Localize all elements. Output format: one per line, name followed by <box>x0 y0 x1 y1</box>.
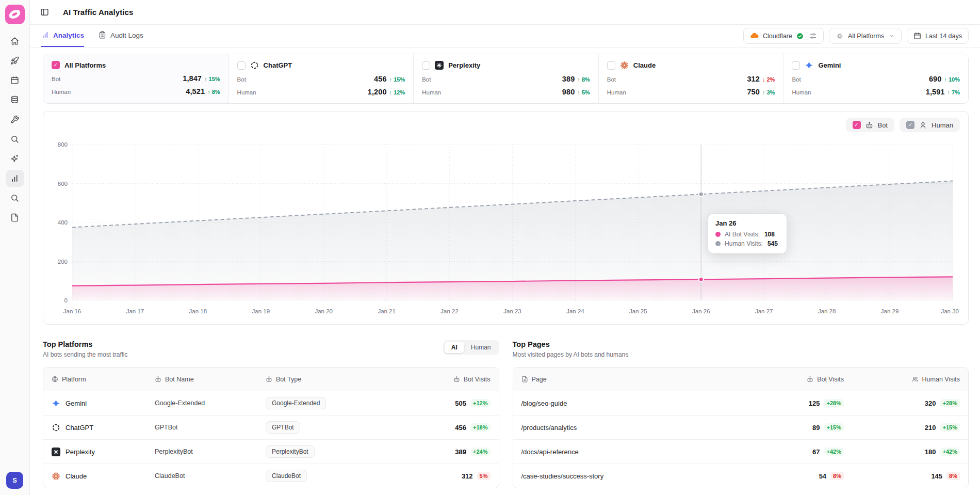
bot-type-chip: ClaudeBot <box>266 470 307 482</box>
svg-text:Jan 16: Jan 16 <box>63 308 81 314</box>
stat-value: 456 <box>374 75 387 83</box>
platform-filter-dropdown[interactable]: All Platforms <box>829 28 902 44</box>
sidebar-item-analytics[interactable] <box>6 170 24 187</box>
human-visits-change: +28% <box>940 399 960 407</box>
stat-value: 312 <box>747 75 760 83</box>
bottom-sections: Top Platforms AI bots sending the most t… <box>43 340 969 488</box>
stat-card-chatgpt[interactable]: ChatGPT Bot 456↑ 15% Human 1,200↑ 12% <box>228 54 414 103</box>
sidebar-item-home[interactable] <box>6 33 24 50</box>
stat-label: Bot <box>792 76 801 83</box>
tab-analytics[interactable]: Analytics <box>41 25 84 47</box>
ai-human-toggle: AI Human <box>443 340 499 355</box>
platform-row-claude[interactable]: Claude ClaudeBot ClaudeBot 3125% <box>43 464 499 488</box>
app-root: S AI Traffic Analytics Analytics Audit L… <box>0 0 980 495</box>
stat-value: 389 <box>562 75 575 83</box>
platform-row-gemini[interactable]: Gemini Google-Extended Google-Extended 5… <box>43 391 499 415</box>
platform-checkbox[interactable] <box>237 61 246 70</box>
svg-text:Jan 26: Jan 26 <box>692 308 710 314</box>
user-avatar[interactable]: S <box>6 472 23 489</box>
sidebar: S <box>0 0 30 495</box>
date-range-button[interactable]: Last 14 days <box>907 28 969 44</box>
stat-row-human: Human 980↑ 5% <box>422 87 590 97</box>
tab-audit-logs[interactable]: Audit Logs <box>99 25 143 47</box>
users-icon <box>912 376 919 382</box>
stat-label: Human <box>237 89 256 95</box>
bot-visits-change: +42% <box>824 448 844 456</box>
page-row[interactable]: /products/analytics 89+15% 210+15% <box>513 415 969 439</box>
page-path: /blog/seo-guide <box>521 400 733 407</box>
svg-text:800: 800 <box>58 141 68 148</box>
bot-visits-change: +28% <box>824 399 844 407</box>
stat-card-claude[interactable]: Claude Bot 312↓ 2% Human 750↑ 3% <box>598 54 783 103</box>
platform-filter-value: All Platforms <box>848 33 884 40</box>
column-header-page: Page <box>521 376 733 383</box>
toggle-option-human[interactable]: Human <box>464 342 498 353</box>
stat-change: ↑ 8% <box>207 89 220 95</box>
stat-card-gemini[interactable]: Gemini Bot 690↑ 10% Human 1,591↑ 7% <box>783 54 968 103</box>
platform-name: Perplexity <box>66 448 95 456</box>
sidebar-item-docs[interactable] <box>6 209 24 226</box>
stat-row-bot: Bot 1,847↑ 15% <box>52 74 220 83</box>
legend-checkbox[interactable]: ✓ <box>906 121 914 129</box>
traffic-line-chart[interactable]: 0200400600800Jan 16Jan 17Jan 18Jan 19Jan… <box>52 136 960 318</box>
sidebar-item-search-secondary[interactable] <box>6 189 24 206</box>
bot-visits-value: 389 <box>455 448 466 456</box>
stat-card-perplexity[interactable]: Perplexity Bot 389↑ 8% Human 980↑ 5% <box>413 54 598 103</box>
platform-checkbox[interactable] <box>792 61 800 70</box>
globe-icon <box>52 376 58 382</box>
page-row[interactable]: /case-studies/success-story 548% 1458% <box>513 464 969 488</box>
sidebar-item-sparkles[interactable] <box>6 150 24 167</box>
app-logo[interactable] <box>5 5 25 24</box>
audit-log-icon <box>99 31 106 40</box>
bot-icon <box>266 376 272 382</box>
bot-visits-value: 67 <box>812 448 820 456</box>
platform-checkbox[interactable] <box>607 61 615 70</box>
bar-chart-icon <box>41 31 49 40</box>
sidebar-item-search[interactable] <box>6 131 24 148</box>
page-path: /case-studies/success-story <box>521 472 733 480</box>
legend-toggle-human[interactable]: ✓ Human <box>900 118 960 132</box>
tools-icon <box>10 115 19 124</box>
sidebar-item-database[interactable] <box>6 91 24 108</box>
legend-toggle-bot[interactable]: ✓ Bot <box>846 118 895 132</box>
stat-value: 4,521 <box>186 87 205 95</box>
page-title: AI Traffic Analytics <box>63 8 134 17</box>
bot-visits-value: 125 <box>809 400 820 407</box>
platform-name: ChatGPT <box>264 61 292 69</box>
column-header-human-visits: Human Visits <box>844 376 960 383</box>
svg-text:Jan 24: Jan 24 <box>566 308 584 314</box>
stat-label: Bot <box>422 76 431 83</box>
page-row[interactable]: /docs/api-reference 67+42% 180+42% <box>513 439 969 464</box>
column-header-bot-visits: Bot Visits <box>413 376 491 383</box>
stat-label: Bot <box>607 76 616 83</box>
svg-text:Jan 17: Jan 17 <box>126 308 144 314</box>
svg-text:200: 200 <box>58 259 68 265</box>
toolbar: Cloudflare All Platforms Last 14 days <box>743 28 969 44</box>
toggle-option-ai[interactable]: AI <box>445 342 464 353</box>
platform-checkbox[interactable]: ✓ <box>52 61 60 69</box>
bot-name: ClaudeBot <box>155 472 266 480</box>
content: ✓ All Platforms Bot 1,847↑ 15% Human 4,5… <box>30 47 980 495</box>
sidebar-toggle-icon[interactable] <box>40 8 49 17</box>
cloudflare-integration-button[interactable]: Cloudflare <box>743 28 824 44</box>
robot-icon <box>865 121 873 129</box>
gemini-logo-icon <box>52 399 60 408</box>
sidebar-item-calendar[interactable] <box>6 72 24 89</box>
header: AI Traffic Analytics <box>30 0 980 25</box>
openai-logo-icon <box>52 423 60 432</box>
bot-visits-change: +18% <box>470 423 490 432</box>
header-divider <box>56 8 56 16</box>
legend-checkbox[interactable]: ✓ <box>853 121 861 129</box>
human-visits-change: +42% <box>940 448 960 456</box>
platform-row-chatgpt[interactable]: ChatGPT GPTBot GPTBot 456+18% <box>43 415 499 439</box>
sidebar-item-rocket[interactable] <box>6 52 24 69</box>
sidebar-item-tools[interactable] <box>6 111 24 128</box>
stat-card-all-platforms[interactable]: ✓ All Platforms Bot 1,847↑ 15% Human 4,5… <box>43 54 228 103</box>
platform-row-perplexity[interactable]: Perplexity PerplexityBot PerplexityBot 3… <box>43 439 499 464</box>
stat-label: Human <box>607 89 626 95</box>
page-row[interactable]: /blog/seo-guide 125+28% 320+28% <box>513 391 969 415</box>
tab-analytics-label: Analytics <box>53 31 84 39</box>
platform-name: ChatGPT <box>66 424 93 432</box>
platform-checkbox[interactable] <box>422 61 430 70</box>
traffic-chart[interactable]: 0200400600800Jan 16Jan 17Jan 18Jan 19Jan… <box>52 136 960 318</box>
